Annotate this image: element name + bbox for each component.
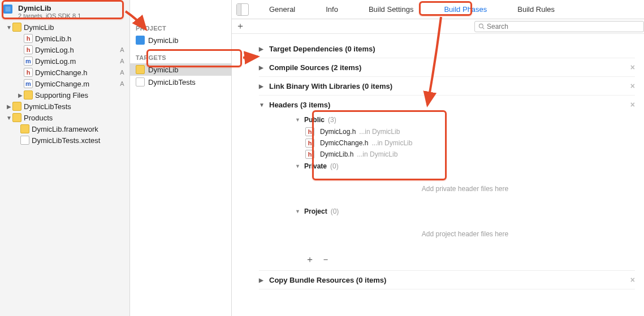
disclose-icon[interactable]: ▼	[295, 117, 301, 123]
remove-phase-button[interactable]: ×	[630, 275, 635, 284]
phase-title: Compile Sources (2 items)	[269, 63, 361, 72]
product-row[interactable]: DymicLib.framework	[0, 123, 129, 135]
folder-icon	[12, 102, 21, 111]
folder-label: DymicLibTests	[24, 102, 126, 111]
folder-row[interactable]: ▼ DymicLib	[0, 21, 129, 33]
phase-title: Target Dependencies (0 items)	[269, 45, 375, 53]
group-count: (0)	[330, 162, 339, 170]
tab-general[interactable]: General	[266, 3, 299, 16]
phase-target-deps[interactable]: ▶ Target Dependencies (0 items) ×	[259, 40, 635, 58]
tab-build-phases[interactable]: Build Phases	[440, 3, 490, 16]
headers-public-group[interactable]: ▼ Public (3)	[295, 114, 635, 126]
disclose-icon[interactable]: ▶	[259, 64, 265, 71]
product-icon	[20, 124, 29, 133]
product-icon	[20, 136, 29, 145]
add-phase-button[interactable]: ＋	[232, 20, 249, 32]
vcs-status: A	[118, 69, 126, 76]
target-icon	[136, 65, 145, 74]
project-entry[interactable]: DymicLib	[130, 34, 231, 46]
project-placeholder: Add project header files here	[295, 218, 635, 250]
project-root[interactable]: DymicLib 2 targets, iOS SDK 8.1	[0, 2, 129, 21]
disclose-icon[interactable]: ▶	[259, 46, 265, 52]
file-icon: h	[305, 138, 314, 148]
phase-headers[interactable]: ▼ Headers (3 items) × ▼ Public (3) hDymi…	[259, 96, 635, 271]
header-file-row[interactable]: hDymicLog.h...in DymicLib	[295, 126, 635, 137]
project-subtitle: 2 targets, iOS SDK 8.1	[18, 12, 81, 19]
header-file-name: DymicLog.h	[320, 128, 356, 136]
disclose-icon[interactable]: ▶	[259, 277, 265, 283]
file-label: DymicLib.h	[35, 34, 118, 43]
folder-row[interactable]: ▶ Supporting Files	[0, 89, 129, 101]
file-row[interactable]: hDymicLog.hA	[0, 44, 129, 55]
header-file-location: ...in DymicLib	[371, 139, 412, 147]
tab-build-rules[interactable]: Build Rules	[514, 3, 558, 16]
file-label: DymicChange.h	[35, 68, 118, 77]
remove-phase-button[interactable]: ×	[630, 81, 635, 90]
editor-tabs: General Info Build Settings Build Phases…	[232, 0, 644, 19]
group-count: (3)	[328, 116, 336, 124]
headers-private-group[interactable]: ▼ Private (0)	[295, 160, 635, 172]
disclose-icon[interactable]: ▼	[295, 209, 301, 214]
side-panel-toggle[interactable]	[236, 3, 249, 16]
search-input[interactable]	[487, 23, 640, 31]
file-icon: h	[24, 34, 33, 43]
header-file-name: DymicChange.h	[320, 139, 368, 147]
file-row[interactable]: mDymicLog.mA	[0, 55, 129, 67]
disclose-icon[interactable]: ▼	[6, 24, 12, 31]
targets-column: PROJECT DymicLib TARGETS DymicLibDymicLi…	[130, 0, 232, 316]
file-label: DymicLog.m	[35, 57, 118, 66]
phase-compile-sources[interactable]: ▶ Compile Sources (2 items) ×	[259, 58, 635, 77]
file-row[interactable]: hDymicLib.h	[0, 33, 129, 44]
disclose-icon[interactable]: ▼	[259, 102, 265, 108]
product-row[interactable]: DymicLibTests.xctest	[0, 135, 129, 146]
header-file-row[interactable]: hDymicChange.h...in DymicLib	[295, 137, 635, 149]
disclose-icon[interactable]: ▶	[259, 83, 265, 89]
tab-build-settings[interactable]: Build Settings	[365, 3, 417, 16]
phase-link-binary[interactable]: ▶ Link Binary With Libraries (0 items) ×	[259, 77, 635, 96]
file-label: DymicLog.h	[35, 46, 118, 54]
file-row[interactable]: mDymicChange.mA	[0, 78, 129, 89]
target-label: DymicLib	[148, 66, 178, 74]
headers-project-group[interactable]: ▼ Project (0)	[295, 205, 635, 218]
targets-heading: TARGETS	[130, 52, 231, 63]
header-file-location: ...in DymicLib	[357, 150, 397, 158]
tab-info[interactable]: Info	[322, 3, 342, 16]
phase-copy-bundle[interactable]: ▶ Copy Bundle Resources (0 items) ×	[259, 271, 635, 289]
folder-label: Products	[24, 114, 126, 122]
product-label: DymicLibTests.xctest	[32, 136, 126, 145]
search-field[interactable]	[474, 21, 644, 32]
project-entry-label: DymicLib	[148, 36, 178, 45]
project-navigator[interactable]: DymicLib 2 targets, iOS SDK 8.1 ▼ DymicL…	[0, 0, 130, 316]
add-header-button[interactable]: ＋	[305, 254, 314, 266]
header-file-location: ...in DymicLib	[359, 128, 400, 136]
remove-phase-button[interactable]: ×	[630, 100, 635, 109]
project-icon	[136, 36, 145, 45]
folder-row[interactable]: ▶ DymicLibTests	[0, 101, 129, 112]
disclose-icon[interactable]: ▶	[6, 103, 12, 110]
target-row[interactable]: DymicLib	[130, 63, 231, 76]
phase-title: Headers (3 items)	[269, 101, 330, 109]
search-icon	[478, 23, 485, 29]
project-icon	[3, 5, 12, 14]
file-icon: h	[305, 150, 314, 159]
file-row[interactable]: hDymicChange.hA	[0, 67, 129, 78]
disclose-icon[interactable]: ▼	[295, 163, 301, 169]
svg-point-1	[479, 24, 483, 28]
phase-toolbar: ＋	[232, 19, 644, 34]
remove-phase-button[interactable]: ×	[630, 63, 635, 72]
add-remove-buttons: ＋ －	[295, 250, 635, 266]
disclose-icon[interactable]: ▶	[17, 92, 24, 98]
folder-icon	[24, 90, 33, 99]
project-heading: PROJECT	[130, 23, 231, 34]
private-placeholder: Add private header files here	[295, 172, 635, 205]
editor-area: General Info Build Settings Build Phases…	[232, 0, 644, 316]
header-file-row[interactable]: hDymicLib.h...in DymicLib	[295, 149, 635, 160]
target-label: DymicLibTests	[148, 78, 196, 86]
folder-label: DymicLib	[24, 23, 126, 32]
vcs-status: A	[118, 46, 126, 53]
group-label: Project	[304, 207, 327, 215]
folder-row[interactable]: ▼ Products	[0, 112, 129, 123]
target-row[interactable]: DymicLibTests	[130, 76, 231, 88]
remove-header-button[interactable]: －	[321, 254, 330, 266]
disclose-icon[interactable]: ▼	[6, 115, 12, 121]
